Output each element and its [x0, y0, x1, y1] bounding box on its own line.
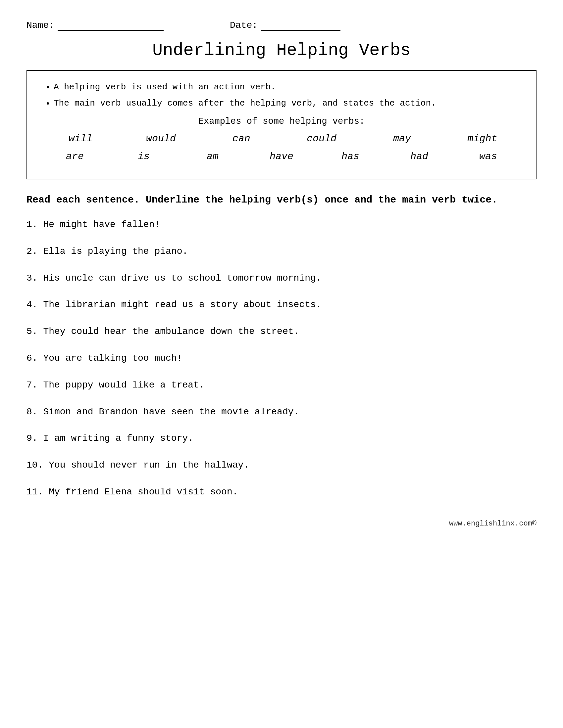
verb-has: has — [331, 151, 370, 162]
date-field: Date: — [230, 20, 341, 31]
bullet-1: A helping verb is used with an action ve… — [54, 81, 523, 94]
verb-was: was — [468, 151, 508, 162]
sentence-item: 9. I am writing a funny story. — [26, 431, 537, 446]
sentence-item: 8. Simon and Brandon have seen the movie… — [26, 405, 537, 420]
verb-have: have — [261, 151, 302, 162]
sentence-list: 1. He might have fallen!2. Ella is playi… — [26, 217, 537, 500]
verb-are: are — [55, 151, 95, 162]
name-label: Name: — [26, 20, 54, 30]
verb-is: is — [124, 151, 164, 162]
name-field: Name: — [26, 20, 164, 31]
instructions: Read each sentence. Underline the helpin… — [26, 193, 537, 207]
sentence-item: 7. The puppy would like a treat. — [26, 378, 537, 393]
verb-would: would — [141, 133, 181, 144]
name-underline — [58, 20, 164, 31]
footer: www.englishlinx.com© — [26, 520, 537, 528]
bullet-2: The main verb usually comes after the he… — [54, 97, 523, 110]
verb-row-2: are is am have has had was — [40, 151, 523, 162]
sentence-item: 11. My friend Elena should visit soon. — [26, 485, 537, 500]
date-underline — [261, 20, 341, 31]
header: Name: Date: — [26, 20, 537, 31]
verb-will: will — [61, 133, 100, 144]
sentence-item: 10. You should never run in the hallway. — [26, 458, 537, 473]
verb-may: may — [382, 133, 422, 144]
sentence-item: 1. He might have fallen! — [26, 217, 537, 232]
verb-might: might — [463, 133, 502, 144]
sentence-item: 6. You are talking too much! — [26, 351, 537, 366]
verb-row-1: will would can could may might — [40, 133, 523, 144]
sentence-item: 3. His uncle can drive us to school tomo… — [26, 271, 537, 286]
info-bullets: A helping verb is used with an action ve… — [40, 81, 523, 110]
sentence-item: 5. They could hear the ambulance down th… — [26, 324, 537, 339]
verb-could: could — [302, 133, 342, 144]
info-box: A helping verb is used with an action ve… — [26, 70, 537, 179]
verb-can: can — [221, 133, 261, 144]
page-title: Underlining Helping Verbs — [26, 41, 537, 60]
date-label: Date: — [230, 20, 258, 30]
verb-had: had — [399, 151, 439, 162]
sentence-item: 2. Ella is playing the piano. — [26, 244, 537, 259]
verb-am: am — [193, 151, 232, 162]
sentence-item: 4. The librarian might read us a story a… — [26, 297, 537, 312]
verb-table: will would can could may might are is am… — [40, 133, 523, 162]
examples-title: Examples of some helping verbs: — [40, 116, 523, 126]
